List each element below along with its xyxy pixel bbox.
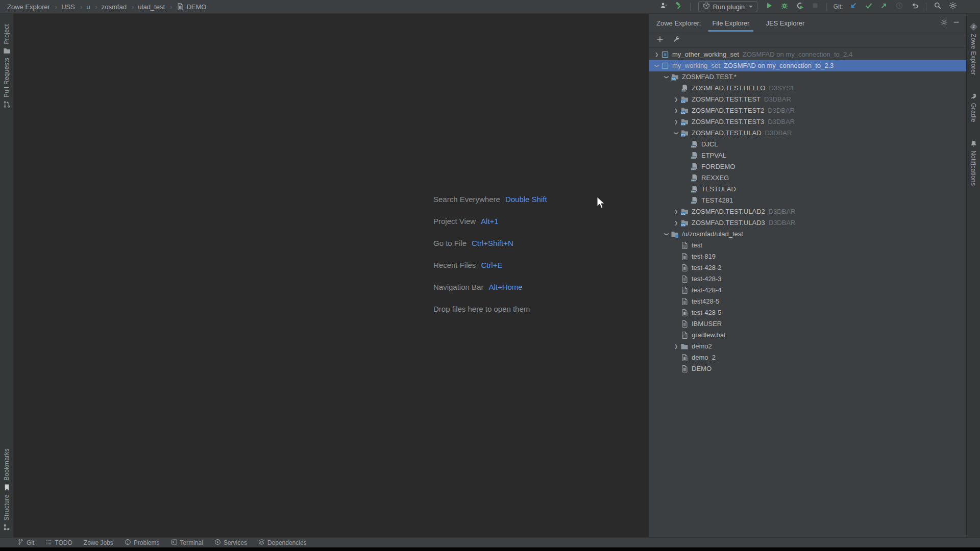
tree-row[interactable]: DS ZOSMFAD.TEST.TEST D3DBAR bbox=[649, 94, 966, 105]
toolbar-button[interactable] bbox=[763, 1, 776, 12]
tool-window-hide-button[interactable] bbox=[950, 17, 962, 30]
breadcrumb: Zowe Explorer USS u zosmfad ulad_test DE… bbox=[0, 3, 207, 11]
search-icon bbox=[934, 2, 942, 12]
tree-row[interactable]: IBMUSER bbox=[649, 318, 966, 330]
zowe-icon: Z bbox=[970, 23, 977, 31]
member-icon: MEM bbox=[690, 163, 698, 171]
tool-stripe-button[interactable]: Structure bbox=[0, 494, 13, 531]
toolbar-button[interactable] bbox=[931, 1, 944, 12]
toolbar-button[interactable]: $ bbox=[778, 1, 791, 12]
svg-text:DS: DS bbox=[681, 100, 685, 103]
tool-window-title: Zowe Explorer: bbox=[656, 19, 701, 27]
tool-window-bar-button[interactable]: Problems bbox=[125, 539, 160, 547]
tree-row[interactable]: DS ZOSMFAD.TEST.* bbox=[649, 71, 966, 83]
tree-row[interactable]: DS ZOSMFAD.TEST.TEST3 D3DBAR bbox=[649, 116, 966, 128]
tree-row[interactable]: DS ZOSMFAD.TEST.TEST2 D3DBAR bbox=[649, 105, 966, 116]
tool-stripe-button[interactable]: Notifications bbox=[967, 140, 980, 186]
tree-chevron[interactable] bbox=[672, 341, 680, 352]
tree-row[interactable]: MEM TESTULAD bbox=[649, 184, 966, 195]
toolbar-button[interactable] bbox=[908, 1, 921, 12]
bottom-edge bbox=[0, 547, 980, 551]
tree-row[interactable]: gradlew.bat bbox=[649, 330, 966, 341]
tool-stripe-button[interactable]: Bookmarks bbox=[0, 448, 13, 491]
tree-row[interactable]: DS ZOSMFAD.TEST.HELLO D3SYS1 bbox=[649, 83, 966, 94]
breadcrumb-item[interactable]: Zowe Explorer bbox=[6, 3, 51, 11]
tree-chevron[interactable] bbox=[672, 105, 680, 116]
tree-chevron[interactable] bbox=[672, 217, 680, 229]
tree-row[interactable]: MEM REXXEG bbox=[649, 172, 966, 184]
tree-row[interactable]: /u/zosmfad/ulad_test bbox=[649, 229, 966, 240]
tree-row[interactable]: test-428-5 bbox=[649, 307, 966, 318]
tree-row[interactable]: DS ZOSMFAD.TEST.ULAD3 D3DBAR bbox=[649, 217, 966, 229]
tool-stripe-button[interactable]: Z Zowe Explorer bbox=[967, 23, 980, 75]
toolbar-button[interactable] bbox=[657, 1, 670, 12]
toolbar-button[interactable] bbox=[793, 1, 806, 12]
breadcrumb-item[interactable]: ulad_test bbox=[128, 3, 166, 11]
breadcrumb-item[interactable]: u bbox=[76, 3, 91, 11]
toolbar-button[interactable] bbox=[672, 1, 685, 12]
tree-chevron[interactable] bbox=[662, 71, 671, 83]
add-working-set-button[interactable] bbox=[654, 35, 666, 46]
tree-row[interactable]: my_other_working_set ZOSMFAD on my_conne… bbox=[649, 49, 966, 60]
tree-row[interactable]: test-428-3 bbox=[649, 273, 966, 285]
working-set-icon bbox=[661, 51, 669, 59]
plugin-icon bbox=[703, 2, 710, 11]
tree-row[interactable]: MEM DJCL bbox=[649, 139, 966, 150]
tree-row[interactable]: MEM ETPVAL bbox=[649, 150, 966, 161]
toolbar-button[interactable] bbox=[862, 1, 875, 12]
run-configuration-select[interactable]: Run plugin bbox=[698, 1, 757, 12]
tree-chevron[interactable] bbox=[652, 49, 661, 60]
shortcut-hint-row: Go to File Ctrl+Shift+N bbox=[433, 232, 547, 254]
toolbar-separator[interactable] bbox=[926, 3, 926, 11]
git-branch-icon bbox=[17, 539, 24, 547]
tree-row[interactable]: DS ZOSMFAD.TEST.ULAD2 D3DBAR bbox=[649, 206, 966, 217]
tree-row[interactable]: demo_2 bbox=[649, 352, 966, 363]
tool-window-bar-button[interactable]: Services bbox=[214, 539, 247, 547]
toolbar-button[interactable] bbox=[946, 1, 960, 12]
tree-row[interactable]: test-428-4 bbox=[649, 285, 966, 296]
tree-row[interactable]: DS ZOSMFAD.TEST.ULAD D3DBAR bbox=[649, 128, 966, 139]
toolbar-button[interactable] bbox=[808, 1, 822, 12]
toolbar-separator[interactable] bbox=[826, 3, 827, 11]
tree-row[interactable]: DEMO bbox=[649, 363, 966, 374]
tree-chevron[interactable] bbox=[672, 128, 680, 139]
breadcrumb-item[interactable]: USS bbox=[51, 3, 76, 11]
toolbar-button[interactable] bbox=[893, 1, 906, 12]
svg-text:MEM: MEM bbox=[691, 202, 696, 204]
tool-window-tab[interactable]: File Explorer bbox=[710, 14, 751, 33]
gear-icon bbox=[940, 18, 948, 28]
tree-row[interactable]: test-819 bbox=[649, 251, 966, 262]
tree-chevron[interactable] bbox=[652, 60, 661, 71]
tree-row[interactable]: my_working_set ZOSMFAD on my_connection_… bbox=[649, 60, 966, 71]
tree-chevron[interactable] bbox=[672, 206, 680, 217]
tree-chevron[interactable] bbox=[672, 116, 680, 128]
tree-row[interactable]: MEM TEST4281 bbox=[649, 195, 966, 206]
tool-window-settings-button[interactable] bbox=[938, 17, 950, 30]
tree-row[interactable]: test bbox=[649, 240, 966, 251]
tree-row[interactable]: test428-5 bbox=[649, 296, 966, 307]
tool-window-bar-button[interactable]: Zowe Jobs bbox=[84, 539, 113, 546]
toolbar-button[interactable] bbox=[847, 1, 860, 12]
tool-window-tab[interactable]: JES Explorer bbox=[764, 14, 806, 33]
breadcrumb-item[interactable]: DEMO bbox=[166, 3, 207, 11]
tool-window-bar-button[interactable]: Dependencies bbox=[258, 539, 307, 547]
tool-stripe-button[interactable]: Project bbox=[0, 24, 13, 55]
toolbar-button[interactable] bbox=[962, 1, 975, 12]
tree-row[interactable]: test-428-2 bbox=[649, 262, 966, 273]
toolbar-button[interactable] bbox=[877, 1, 891, 12]
tool-window-bar-button[interactable]: Git bbox=[17, 539, 34, 547]
toolbar-button[interactable]: Git: bbox=[831, 1, 845, 12]
tree-row[interactable]: demo2 bbox=[649, 341, 966, 352]
edit-working-sets-button[interactable] bbox=[671, 35, 682, 46]
breadcrumb-item[interactable]: zosmfad bbox=[91, 3, 127, 11]
tool-stripe-button[interactable]: Gradle bbox=[967, 92, 980, 122]
tool-window-bar-button[interactable]: Terminal bbox=[171, 539, 203, 547]
svg-text:Z: Z bbox=[972, 24, 975, 29]
tool-window-bar-button[interactable]: TODO bbox=[45, 539, 72, 547]
tree-chevron[interactable] bbox=[662, 229, 671, 240]
file-icon bbox=[680, 331, 689, 339]
tool-stripe-button[interactable]: Pull Requests bbox=[0, 58, 13, 108]
tree-chevron[interactable] bbox=[672, 94, 680, 105]
tree-row[interactable]: MEM FORDEMO bbox=[649, 161, 966, 172]
stop-icon bbox=[811, 2, 819, 12]
